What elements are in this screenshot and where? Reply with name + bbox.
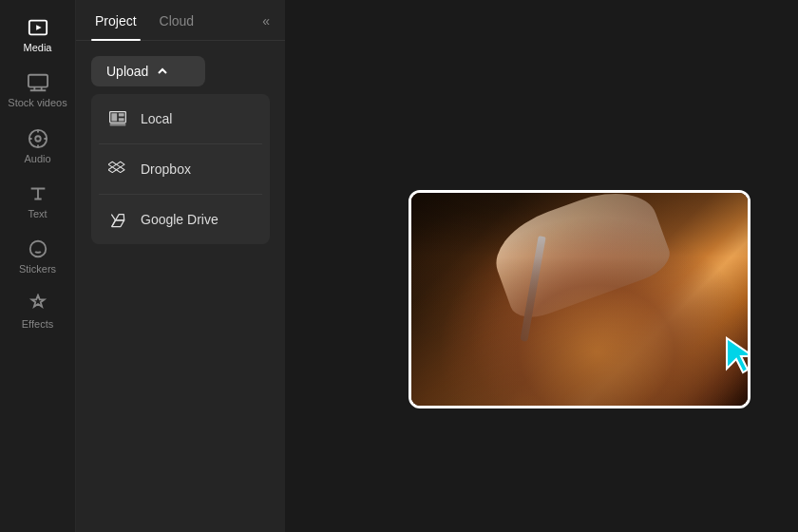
- sidebar-item-media[interactable]: Media: [4, 8, 72, 63]
- upload-button[interactable]: Upload: [91, 56, 205, 86]
- text-icon: [28, 183, 48, 204]
- svg-rect-9: [119, 118, 124, 121]
- panel-body: Upload Local: [76, 41, 285, 532]
- stock-videos-icon: [28, 72, 48, 93]
- sidebar-item-label: Stickers: [19, 263, 56, 275]
- sidebar-item-label: Media: [24, 42, 52, 53]
- sidebar-item-audio[interactable]: Audio: [4, 119, 72, 174]
- cursor-icon: [719, 334, 750, 377]
- content-area: [285, 0, 798, 532]
- sidebar-item-label: Text: [28, 208, 47, 219]
- stickers-icon: [28, 238, 48, 259]
- preview-image-container: [408, 190, 750, 408]
- sidebar-item-label: Effects: [22, 318, 53, 330]
- svg-rect-10: [110, 124, 126, 126]
- svg-marker-1: [36, 25, 42, 30]
- sidebar-item-effects[interactable]: Effects: [4, 284, 72, 339]
- tabs-header: Project Cloud «: [76, 0, 285, 41]
- sidebar: Media Stock videos Audio Text Stickers: [0, 0, 76, 532]
- effects-icon: [28, 294, 48, 314]
- sidebar-item-label: Stock videos: [8, 97, 66, 109]
- svg-point-4: [35, 136, 41, 142]
- svg-point-5: [29, 241, 46, 257]
- dropdown-item-google-drive[interactable]: Google Drive: [91, 195, 270, 244]
- main-panel: Project Cloud « Upload: [76, 0, 285, 532]
- tab-cloud[interactable]: Cloud: [156, 13, 199, 40]
- svg-rect-7: [111, 113, 117, 121]
- dropdown-item-local[interactable]: Local: [91, 94, 270, 143]
- svg-rect-2: [28, 75, 47, 87]
- chevron-up-icon: [156, 65, 169, 78]
- dropdown-item-dropbox[interactable]: Dropbox: [91, 144, 270, 194]
- audio-icon: [28, 128, 48, 149]
- local-icon: [108, 109, 127, 128]
- svg-rect-8: [119, 113, 124, 116]
- upload-dropdown: Local Dropbox Google Drive: [91, 94, 270, 244]
- sidebar-item-stock-videos[interactable]: Stock videos: [4, 63, 72, 119]
- media-icon: [28, 17, 48, 38]
- dropbox-icon: [108, 160, 127, 179]
- preview-image: [411, 193, 748, 406]
- collapse-button[interactable]: «: [262, 13, 270, 40]
- google-drive-icon: [108, 210, 127, 229]
- sidebar-item-stickers[interactable]: Stickers: [4, 229, 72, 284]
- sidebar-item-label: Audio: [24, 153, 50, 164]
- sidebar-item-text[interactable]: Text: [4, 174, 72, 229]
- tab-project[interactable]: Project: [91, 13, 141, 40]
